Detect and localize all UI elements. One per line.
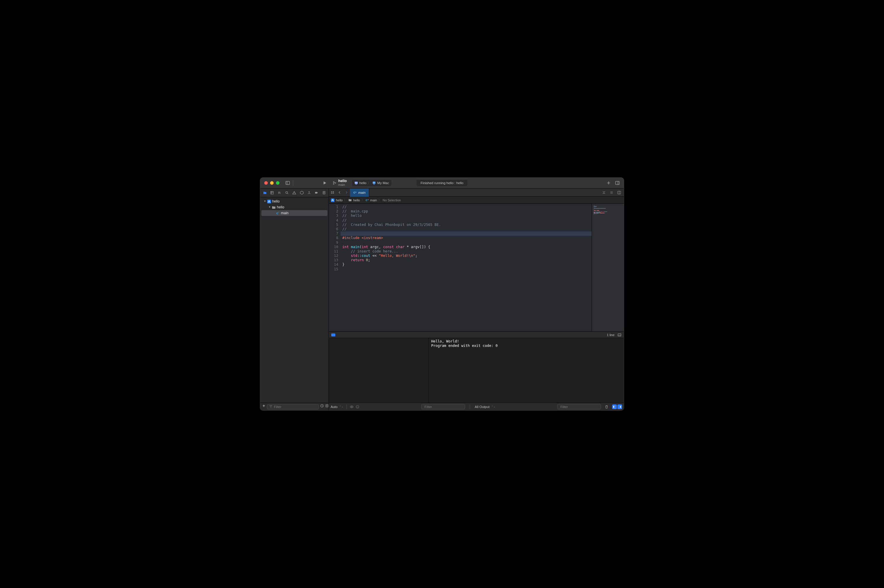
find-navigator-tab[interactable]: [284, 190, 290, 196]
console-inspector-icon[interactable]: [617, 333, 621, 337]
library-button[interactable]: [613, 179, 621, 187]
jumpbar-project[interactable]: hello: [336, 198, 342, 202]
variables-scope-selector[interactable]: Auto ⌃⌄: [331, 405, 344, 408]
editor-area: C⁺ main hello 〉: [329, 189, 624, 410]
target-destination-label: My Mac: [377, 181, 389, 185]
toggle-authors-button[interactable]: [600, 189, 608, 196]
svg-rect-7: [373, 182, 375, 183]
window-controls: [260, 181, 284, 185]
navigator-footer: [260, 403, 329, 410]
debug-pane-toggle: [612, 405, 622, 409]
xcode-project-icon: [331, 198, 335, 202]
console-line-count: 1 line: [607, 333, 614, 337]
svg-rect-24: [618, 333, 621, 336]
close-window-button[interactable]: [264, 181, 268, 185]
editor-tab-label: main: [359, 191, 366, 194]
jump-bar[interactable]: hello 〉 hello 〉 C⁺ main 〉 No Selection: [329, 196, 624, 204]
navigator-sidebar: ▾ hello ▾ hello C⁺: [260, 189, 329, 410]
tree-row-folder[interactable]: ▾ hello: [261, 204, 327, 210]
titlebar: hello main hello 〉 My Mac Finished runni…: [260, 178, 624, 189]
updown-icon: ⌃⌄: [339, 405, 344, 408]
breakpoint-toggle-button[interactable]: [331, 333, 335, 336]
related-items-button[interactable]: [329, 189, 336, 196]
xcode-project-icon: [267, 199, 271, 204]
svg-point-2: [333, 182, 334, 182]
editor-tab-main[interactable]: C⁺ main: [350, 189, 369, 196]
variables-scope-label: Auto: [331, 405, 338, 408]
svg-rect-28: [613, 406, 614, 408]
run-button[interactable]: [321, 179, 329, 187]
svg-rect-20: [333, 193, 334, 194]
add-files-button[interactable]: [262, 404, 266, 410]
tree-folder-label: hello: [277, 205, 284, 209]
svg-point-3: [333, 183, 334, 184]
navigator-filter-input[interactable]: [274, 405, 317, 408]
debug-footer: Auto ⌃⌄: [329, 403, 624, 410]
add-button[interactable]: [605, 179, 613, 187]
xcode-window: hello main hello 〉 My Mac Finished runni…: [260, 177, 624, 411]
folder-icon: [271, 205, 276, 210]
add-editor-button[interactable]: [615, 189, 623, 196]
go-forward-button[interactable]: [343, 189, 350, 196]
jumpbar-file[interactable]: main: [370, 198, 377, 202]
show-variables-pane-button[interactable]: [612, 405, 617, 409]
disclosure-triangle-icon[interactable]: ▾: [268, 206, 271, 208]
cpp-file-icon: C⁺: [353, 191, 357, 194]
debug-area: 1 line Hello, World! Program ended with …: [329, 332, 624, 410]
clear-console-button[interactable]: [605, 405, 609, 409]
svg-rect-19: [333, 191, 334, 192]
variables-view[interactable]: [329, 338, 429, 403]
svg-point-26: [351, 406, 352, 407]
output-mode-label: All Output: [475, 405, 490, 408]
svg-rect-9: [615, 182, 620, 185]
jumpbar-folder[interactable]: hello: [353, 198, 360, 202]
target-scheme-label: hello: [359, 181, 366, 185]
tree-row-file[interactable]: C⁺ main: [261, 210, 327, 216]
jumpbar-selection[interactable]: No Selection: [383, 198, 401, 202]
svg-rect-11: [271, 191, 273, 194]
source-editor[interactable]: 123456789101112131415 //// main.cpp// he…: [329, 204, 624, 332]
debug-bar: 1 line: [329, 332, 624, 338]
zoom-window-button[interactable]: [276, 181, 279, 185]
report-navigator-tab[interactable]: [321, 190, 327, 196]
breakpoint-navigator-tab[interactable]: [313, 190, 320, 196]
svg-point-4: [335, 183, 336, 183]
chevron-right-icon: 〉: [378, 198, 381, 202]
code-content[interactable]: //// main.cpp// hello//// Created by Cha…: [341, 204, 592, 332]
toggle-left-panel-button[interactable]: [284, 179, 292, 187]
info-icon[interactable]: [356, 405, 360, 409]
console-output[interactable]: Hello, World! Program ended with exit co…: [429, 338, 624, 403]
disclosure-triangle-icon[interactable]: ▾: [263, 200, 267, 202]
symbol-navigator-tab[interactable]: [276, 190, 283, 196]
project-navigator-tab[interactable]: [261, 190, 268, 196]
cpp-file-icon: C⁺: [275, 211, 280, 215]
svg-rect-0: [286, 182, 290, 185]
tree-project-label: hello: [272, 199, 279, 203]
quicklook-icon[interactable]: [350, 405, 354, 409]
go-back-button[interactable]: [336, 189, 343, 196]
variables-filter-input[interactable]: [425, 405, 467, 408]
issue-navigator-tab[interactable]: [291, 190, 297, 196]
svg-rect-6: [356, 184, 357, 184]
test-navigator-tab[interactable]: [299, 190, 305, 196]
scheme-selector[interactable]: hello main: [332, 178, 347, 188]
debug-navigator-tab[interactable]: [306, 190, 312, 196]
show-console-pane-button[interactable]: [617, 405, 622, 409]
minimize-window-button[interactable]: [270, 181, 274, 185]
source-control-navigator-tab[interactable]: [269, 190, 275, 196]
editor-tabbar: C⁺ main: [329, 189, 624, 196]
minimap[interactable]: [592, 204, 624, 332]
project-tree: ▾ hello ▾ hello C⁺: [260, 197, 329, 403]
chevron-right-icon: 〉: [361, 198, 365, 202]
tree-row-project[interactable]: ▾ hello: [261, 198, 327, 204]
chevron-right-icon: 〉: [368, 181, 371, 185]
output-mode-selector[interactable]: All Output ⌃⌄: [475, 405, 495, 408]
recent-files-button[interactable]: [320, 404, 324, 410]
console-filter-input[interactable]: [560, 405, 603, 408]
svg-rect-18: [331, 193, 332, 194]
svg-rect-17: [331, 191, 332, 192]
navigator-tabbar: [260, 189, 329, 197]
adjust-editor-options-button[interactable]: [608, 189, 615, 196]
run-destination-selector[interactable]: hello 〉 My Mac: [352, 180, 392, 186]
scm-status-button[interactable]: [325, 404, 329, 410]
